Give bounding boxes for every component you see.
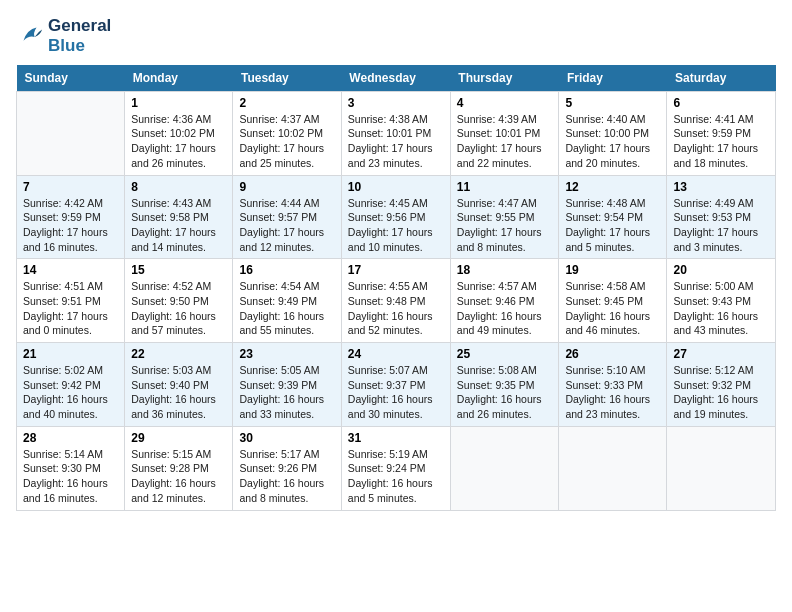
calendar-cell: 14 Sunrise: 4:51 AM Sunset: 9:51 PM Dayl…	[17, 259, 125, 343]
sunset-text: Sunset: 9:45 PM	[565, 294, 660, 309]
day-number: 2	[239, 96, 334, 110]
daylight-text: Daylight: 16 hours and 33 minutes.	[239, 392, 334, 421]
sunset-text: Sunset: 9:57 PM	[239, 210, 334, 225]
day-number: 21	[23, 347, 118, 361]
calendar-cell: 5 Sunrise: 4:40 AM Sunset: 10:00 PM Dayl…	[559, 91, 667, 175]
day-info: Sunrise: 4:54 AM Sunset: 9:49 PM Dayligh…	[239, 279, 334, 338]
calendar-cell: 10 Sunrise: 4:45 AM Sunset: 9:56 PM Dayl…	[341, 175, 450, 259]
sunset-text: Sunset: 9:58 PM	[131, 210, 226, 225]
sunrise-text: Sunrise: 4:47 AM	[457, 196, 553, 211]
day-info: Sunrise: 4:40 AM Sunset: 10:00 PM Daylig…	[565, 112, 660, 171]
calendar-cell: 31 Sunrise: 5:19 AM Sunset: 9:24 PM Dayl…	[341, 426, 450, 510]
sunset-text: Sunset: 9:46 PM	[457, 294, 553, 309]
day-number: 11	[457, 180, 553, 194]
day-number: 13	[673, 180, 769, 194]
day-number: 26	[565, 347, 660, 361]
sunset-text: Sunset: 9:55 PM	[457, 210, 553, 225]
daylight-text: Daylight: 17 hours and 18 minutes.	[673, 141, 769, 170]
sunset-text: Sunset: 9:40 PM	[131, 378, 226, 393]
sunrise-text: Sunrise: 5:00 AM	[673, 279, 769, 294]
sunset-text: Sunset: 9:33 PM	[565, 378, 660, 393]
daylight-text: Daylight: 16 hours and 5 minutes.	[348, 476, 444, 505]
day-number: 10	[348, 180, 444, 194]
day-info: Sunrise: 4:58 AM Sunset: 9:45 PM Dayligh…	[565, 279, 660, 338]
sunset-text: Sunset: 9:30 PM	[23, 461, 118, 476]
calendar-cell: 7 Sunrise: 4:42 AM Sunset: 9:59 PM Dayli…	[17, 175, 125, 259]
daylight-text: Daylight: 16 hours and 57 minutes.	[131, 309, 226, 338]
sunrise-text: Sunrise: 5:07 AM	[348, 363, 444, 378]
calendar-cell: 20 Sunrise: 5:00 AM Sunset: 9:43 PM Dayl…	[667, 259, 776, 343]
daylight-text: Daylight: 16 hours and 19 minutes.	[673, 392, 769, 421]
sunrise-text: Sunrise: 5:03 AM	[131, 363, 226, 378]
calendar-week-row: 1 Sunrise: 4:36 AM Sunset: 10:02 PM Dayl…	[17, 91, 776, 175]
sunrise-text: Sunrise: 5:12 AM	[673, 363, 769, 378]
header: General Blue	[16, 16, 776, 57]
calendar-cell: 26 Sunrise: 5:10 AM Sunset: 9:33 PM Dayl…	[559, 343, 667, 427]
day-info: Sunrise: 5:15 AM Sunset: 9:28 PM Dayligh…	[131, 447, 226, 506]
calendar-header-row: SundayMondayTuesdayWednesdayThursdayFrid…	[17, 65, 776, 92]
daylight-text: Daylight: 16 hours and 16 minutes.	[23, 476, 118, 505]
day-number: 25	[457, 347, 553, 361]
weekday-header: Wednesday	[341, 65, 450, 92]
daylight-text: Daylight: 17 hours and 3 minutes.	[673, 225, 769, 254]
sunset-text: Sunset: 9:42 PM	[23, 378, 118, 393]
calendar-cell: 8 Sunrise: 4:43 AM Sunset: 9:58 PM Dayli…	[125, 175, 233, 259]
day-number: 3	[348, 96, 444, 110]
sunset-text: Sunset: 9:24 PM	[348, 461, 444, 476]
day-info: Sunrise: 4:41 AM Sunset: 9:59 PM Dayligh…	[673, 112, 769, 171]
sunrise-text: Sunrise: 4:49 AM	[673, 196, 769, 211]
day-info: Sunrise: 4:43 AM Sunset: 9:58 PM Dayligh…	[131, 196, 226, 255]
sunrise-text: Sunrise: 4:51 AM	[23, 279, 118, 294]
day-info: Sunrise: 4:48 AM Sunset: 9:54 PM Dayligh…	[565, 196, 660, 255]
sunrise-text: Sunrise: 5:19 AM	[348, 447, 444, 462]
day-info: Sunrise: 5:05 AM Sunset: 9:39 PM Dayligh…	[239, 363, 334, 422]
calendar-table: SundayMondayTuesdayWednesdayThursdayFrid…	[16, 65, 776, 511]
sunset-text: Sunset: 9:39 PM	[239, 378, 334, 393]
day-info: Sunrise: 4:38 AM Sunset: 10:01 PM Daylig…	[348, 112, 444, 171]
day-number: 16	[239, 263, 334, 277]
day-info: Sunrise: 5:17 AM Sunset: 9:26 PM Dayligh…	[239, 447, 334, 506]
day-number: 28	[23, 431, 118, 445]
sunrise-text: Sunrise: 5:17 AM	[239, 447, 334, 462]
sunrise-text: Sunrise: 4:44 AM	[239, 196, 334, 211]
sunset-text: Sunset: 9:32 PM	[673, 378, 769, 393]
sunset-text: Sunset: 9:56 PM	[348, 210, 444, 225]
day-number: 8	[131, 180, 226, 194]
day-info: Sunrise: 4:39 AM Sunset: 10:01 PM Daylig…	[457, 112, 553, 171]
day-info: Sunrise: 4:44 AM Sunset: 9:57 PM Dayligh…	[239, 196, 334, 255]
sunset-text: Sunset: 9:49 PM	[239, 294, 334, 309]
day-info: Sunrise: 5:14 AM Sunset: 9:30 PM Dayligh…	[23, 447, 118, 506]
calendar-cell	[450, 426, 559, 510]
day-info: Sunrise: 5:00 AM Sunset: 9:43 PM Dayligh…	[673, 279, 769, 338]
calendar-week-row: 28 Sunrise: 5:14 AM Sunset: 9:30 PM Dayl…	[17, 426, 776, 510]
sunrise-text: Sunrise: 5:05 AM	[239, 363, 334, 378]
day-number: 24	[348, 347, 444, 361]
sunset-text: Sunset: 9:51 PM	[23, 294, 118, 309]
calendar-cell: 2 Sunrise: 4:37 AM Sunset: 10:02 PM Dayl…	[233, 91, 341, 175]
calendar-cell: 21 Sunrise: 5:02 AM Sunset: 9:42 PM Dayl…	[17, 343, 125, 427]
sunrise-text: Sunrise: 4:54 AM	[239, 279, 334, 294]
calendar-cell: 17 Sunrise: 4:55 AM Sunset: 9:48 PM Dayl…	[341, 259, 450, 343]
daylight-text: Daylight: 16 hours and 30 minutes.	[348, 392, 444, 421]
calendar-cell: 4 Sunrise: 4:39 AM Sunset: 10:01 PM Dayl…	[450, 91, 559, 175]
day-info: Sunrise: 5:19 AM Sunset: 9:24 PM Dayligh…	[348, 447, 444, 506]
daylight-text: Daylight: 17 hours and 0 minutes.	[23, 309, 118, 338]
daylight-text: Daylight: 16 hours and 55 minutes.	[239, 309, 334, 338]
day-number: 7	[23, 180, 118, 194]
day-info: Sunrise: 4:42 AM Sunset: 9:59 PM Dayligh…	[23, 196, 118, 255]
daylight-text: Daylight: 16 hours and 8 minutes.	[239, 476, 334, 505]
sunrise-text: Sunrise: 4:55 AM	[348, 279, 444, 294]
calendar-cell: 3 Sunrise: 4:38 AM Sunset: 10:01 PM Dayl…	[341, 91, 450, 175]
calendar-cell: 28 Sunrise: 5:14 AM Sunset: 9:30 PM Dayl…	[17, 426, 125, 510]
day-number: 15	[131, 263, 226, 277]
sunset-text: Sunset: 9:59 PM	[673, 126, 769, 141]
sunrise-text: Sunrise: 4:52 AM	[131, 279, 226, 294]
sunrise-text: Sunrise: 4:41 AM	[673, 112, 769, 127]
weekday-header: Tuesday	[233, 65, 341, 92]
sunrise-text: Sunrise: 4:57 AM	[457, 279, 553, 294]
day-number: 22	[131, 347, 226, 361]
calendar-cell: 13 Sunrise: 4:49 AM Sunset: 9:53 PM Dayl…	[667, 175, 776, 259]
daylight-text: Daylight: 16 hours and 12 minutes.	[131, 476, 226, 505]
calendar-cell: 19 Sunrise: 4:58 AM Sunset: 9:45 PM Dayl…	[559, 259, 667, 343]
sunrise-text: Sunrise: 5:02 AM	[23, 363, 118, 378]
